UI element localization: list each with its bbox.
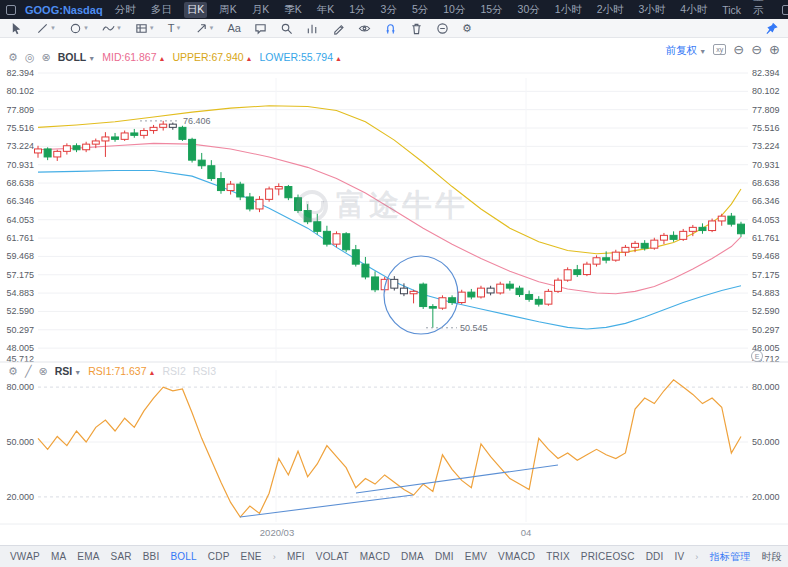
y-axis-label: 59.468 — [6, 251, 34, 261]
period-tab[interactable]: 多日 — [148, 2, 175, 18]
y-axis-label: 50.297 — [6, 325, 34, 335]
period-tab[interactable]: Tick — [719, 3, 744, 17]
period-tab[interactable]: 1小时 — [552, 2, 585, 18]
indicator-items: VWAPMAEMASARBBIBOLLCDPENE›MFIVOLATMACDDM… — [10, 550, 750, 564]
candle-body — [709, 221, 716, 231]
period-tab[interactable]: 4小时 — [677, 2, 710, 18]
clear-icon[interactable] — [436, 20, 449, 36]
candle-body — [612, 252, 619, 260]
price-marker-label: 50.545 — [460, 323, 488, 333]
indicator-settings-icon[interactable]: ⚙ — [8, 365, 18, 377]
indicator-MA[interactable]: MA — [51, 551, 66, 562]
indicator-DMI[interactable]: DMI — [435, 551, 454, 562]
indicator-ENE[interactable]: ENE — [241, 551, 262, 562]
period-tab[interactable]: 10分 — [440, 2, 468, 18]
period-tab[interactable]: 3小时 — [635, 2, 668, 18]
rsi-chart[interactable]: 80.00080.00050.00050.00020.00020.000 — [0, 362, 788, 532]
y-axis-label: 70.931 — [6, 160, 34, 170]
session-button[interactable]: 时段 — [761, 550, 781, 564]
zoom-in-icon[interactable]: ⊕ — [769, 43, 780, 56]
y-axis-label: 73.224 — [6, 141, 34, 151]
indicator-close-icon[interactable]: ⊗ — [41, 51, 50, 63]
indicator-MACD[interactable]: MACD — [360, 551, 390, 562]
chart-checkbox[interactable] — [6, 5, 16, 15]
candle-body — [150, 127, 157, 130]
pattern-icon[interactable]: ▼ — [135, 20, 155, 36]
indicator-VWAP[interactable]: VWAP — [10, 551, 40, 562]
period-tab[interactable]: 30分 — [515, 2, 543, 18]
indicator-指标管理[interactable]: 指标管理 — [710, 550, 751, 564]
user-trendline-annotation[interactable] — [240, 495, 413, 517]
candle-body — [699, 227, 706, 230]
search-icon[interactable] — [280, 20, 293, 36]
pin-icon[interactable] — [765, 20, 778, 36]
indicator-EMA[interactable]: EMA — [77, 551, 99, 562]
period-tab[interactable]: 日K — [184, 2, 208, 18]
period-tab[interactable]: 3分 — [378, 2, 400, 18]
pin-path — [767, 23, 777, 33]
magnet-icon[interactable] — [384, 20, 397, 36]
cursor-icon[interactable] — [10, 20, 23, 36]
indicator-DMA[interactable]: DMA — [401, 551, 424, 562]
axis-setting-icon[interactable]: xy — [713, 44, 726, 55]
candle-body — [227, 184, 234, 190]
period-tab[interactable]: 分时 — [112, 2, 139, 18]
gear-icon[interactable]: ⚙ — [462, 20, 472, 36]
period-tab[interactable]: 2小时 — [594, 2, 627, 18]
eye-icon[interactable] — [358, 20, 371, 36]
period-tab[interactable]: 5分 — [409, 2, 431, 18]
overlay-checkbox[interactable]: ▼ — [782, 5, 788, 15]
indicator-VOLAT[interactable]: VOLAT — [316, 551, 349, 562]
indicator-BBI[interactable]: BBI — [143, 551, 160, 562]
chevron-right-icon[interactable]: › — [273, 552, 276, 562]
y-axis-label: 57.175 — [6, 270, 34, 280]
topbar-right-controls: 显示▼ ▼ VS F10 — [753, 0, 788, 19]
rsi-axis-label: 20.000 — [6, 492, 34, 502]
indicator-CDP[interactable]: CDP — [208, 551, 230, 562]
indicator-TRIX[interactable]: TRIX — [546, 551, 570, 562]
period-tab[interactable]: 年K — [314, 2, 338, 18]
boll-dropdown[interactable]: BOLL▼ — [58, 51, 96, 63]
ellipse-icon[interactable]: ▼ — [69, 20, 89, 36]
indicator-DDI[interactable]: DDI — [646, 551, 664, 562]
candle-body — [285, 187, 292, 198]
indicator-collapse-icon[interactable]: ◎ — [25, 51, 35, 63]
indicator-bars-icon[interactable] — [306, 20, 319, 36]
arrow-mark-icon[interactable]: ▼ — [195, 20, 215, 36]
period-tab[interactable]: 15分 — [477, 2, 505, 18]
symbol-label[interactable]: GOOG:Nasdaq — [25, 4, 103, 16]
rsi-axis-label: 80.000 — [6, 382, 34, 392]
indicator-BOLL[interactable]: BOLL — [170, 551, 196, 562]
period-tab[interactable]: 1分 — [346, 2, 368, 18]
candle-body — [179, 127, 186, 139]
candle-body — [641, 243, 648, 248]
pencil-icon[interactable] — [332, 20, 345, 36]
comment-icon[interactable] — [254, 20, 267, 36]
chevron-right-icon[interactable]: › — [695, 552, 698, 562]
indicator-EMV[interactable]: EMV — [465, 551, 487, 562]
period-tab[interactable]: 季K — [281, 2, 305, 18]
period-tab[interactable]: 月K — [249, 2, 273, 18]
text-tool-icon[interactable]: T▼ — [168, 20, 182, 36]
rsi-dropdown[interactable]: RSI▼ — [55, 365, 81, 377]
candle-body — [497, 284, 504, 293]
indicator-VMACD[interactable]: VMACD — [498, 551, 535, 562]
indicator-line-icon[interactable]: ╱ — [25, 365, 32, 377]
indicator-PRICEOSC[interactable]: PRICEOSC — [581, 551, 635, 562]
candle-body — [246, 197, 253, 209]
indicator-IV[interactable]: IV — [675, 551, 685, 562]
indicator-SAR[interactable]: SAR — [111, 551, 132, 562]
wave-icon[interactable]: ▼ — [102, 20, 122, 36]
period-tab[interactable]: 周K — [216, 2, 240, 18]
indicator-settings-icon[interactable]: ⚙ — [8, 51, 18, 63]
trendline-icon[interactable]: ▼ — [36, 20, 56, 36]
trash-icon[interactable] — [410, 20, 423, 36]
adjust-dropdown[interactable]: 前复权▼ — [666, 40, 706, 58]
indicator-close-icon[interactable]: ⊗ — [39, 365, 48, 377]
display-menu[interactable]: 显示▼ — [753, 0, 772, 19]
zoom-out-icon[interactable]: ⊖ — [751, 43, 762, 56]
y-axis-label: 50.297 — [752, 325, 780, 335]
zoom-reset-icon[interactable]: ⊖ — [733, 43, 744, 56]
indicator-MFI[interactable]: MFI — [287, 551, 305, 562]
font-icon[interactable]: Aa — [227, 20, 240, 36]
